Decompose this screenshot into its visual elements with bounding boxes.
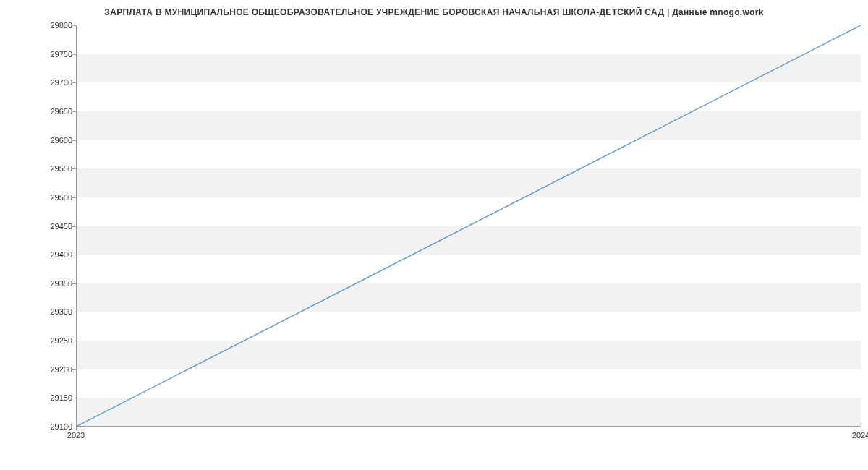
y-axis-line bbox=[76, 25, 77, 427]
y-tick-label: 29550 bbox=[36, 164, 72, 173]
y-tick-label: 29200 bbox=[36, 365, 72, 374]
grid-band bbox=[76, 398, 861, 427]
y-tick-mark bbox=[72, 283, 76, 284]
chart-container: ЗАРПЛАТА В МУНИЦИПАЛЬНОЕ ОБЩЕОБРАЗОВАТЕЛ… bbox=[0, 0, 868, 470]
y-tick-mark bbox=[72, 140, 76, 141]
chart-title: ЗАРПЛАТА В МУНИЦИПАЛЬНОЕ ОБЩЕОБРАЗОВАТЕЛ… bbox=[0, 0, 868, 17]
y-tick-label: 29700 bbox=[36, 78, 72, 87]
grid-band bbox=[76, 168, 861, 197]
x-tick-mark bbox=[861, 427, 861, 430]
y-tick-mark bbox=[72, 25, 76, 26]
y-tick-label: 29250 bbox=[36, 336, 72, 345]
plot-area bbox=[76, 25, 861, 427]
y-tick-label: 29650 bbox=[36, 107, 72, 116]
y-tick-label: 29450 bbox=[36, 222, 72, 231]
y-tick-mark bbox=[72, 341, 76, 341]
y-tick-mark bbox=[72, 312, 76, 312]
y-tick-label: 29150 bbox=[36, 393, 72, 402]
y-tick-mark bbox=[72, 369, 76, 370]
y-tick-mark bbox=[72, 82, 76, 83]
y-tick-mark bbox=[72, 226, 76, 227]
grid-band bbox=[76, 341, 861, 369]
y-tick-label: 29500 bbox=[36, 193, 72, 202]
y-tick-mark bbox=[72, 111, 76, 112]
x-tick-label: 2024 bbox=[852, 431, 868, 440]
grid-band bbox=[76, 54, 861, 83]
y-tick-label: 29300 bbox=[36, 307, 72, 316]
y-tick-mark bbox=[72, 197, 76, 198]
y-tick-label: 29400 bbox=[36, 250, 72, 259]
x-tick-label: 2023 bbox=[67, 431, 85, 440]
grid-band bbox=[76, 226, 861, 255]
y-tick-mark bbox=[72, 54, 76, 55]
y-tick-label: 29100 bbox=[36, 422, 72, 431]
y-tick-label: 29750 bbox=[36, 50, 72, 59]
y-tick-mark bbox=[72, 255, 76, 255]
x-tick-mark bbox=[76, 427, 77, 430]
grid-band bbox=[76, 283, 861, 312]
y-tick-mark bbox=[72, 398, 76, 398]
x-axis-line bbox=[76, 426, 861, 427]
y-tick-label: 29350 bbox=[36, 279, 72, 288]
y-tick-label: 29800 bbox=[36, 21, 72, 30]
y-tick-mark bbox=[72, 168, 76, 169]
grid-band bbox=[76, 111, 861, 140]
y-tick-label: 29600 bbox=[36, 136, 72, 145]
